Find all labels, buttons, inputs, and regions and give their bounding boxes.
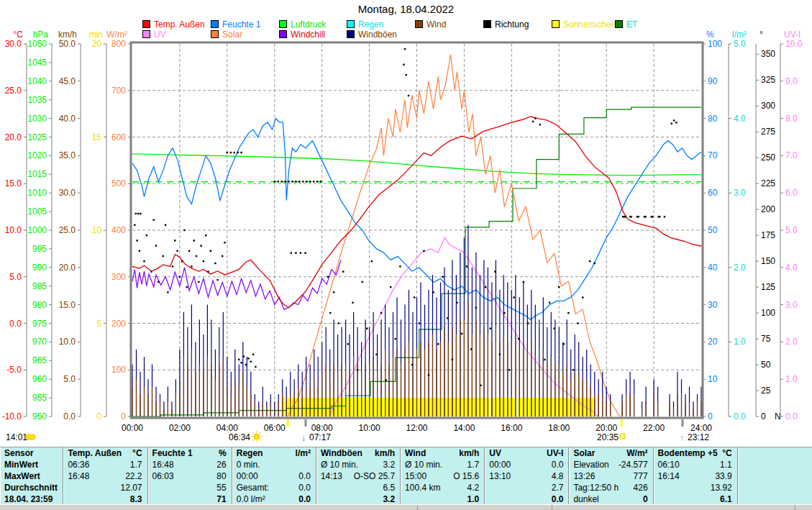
stats-value: 55 [216, 482, 226, 493]
svg-text:10: 10 [92, 225, 102, 235]
svg-text:1005: 1005 [27, 206, 47, 217]
svg-text:0.0: 0.0 [734, 411, 746, 422]
svg-text:30: 30 [708, 300, 718, 310]
svg-text:300: 300 [761, 101, 775, 111]
svg-text:35.0: 35.0 [59, 150, 76, 160]
svg-text:250: 250 [761, 152, 775, 163]
stats-unit: km/h [375, 447, 395, 459]
svg-text:975: 975 [32, 319, 47, 329]
stats-label: Ø 10 min. [321, 459, 358, 470]
stats-unit: UV-I [547, 447, 563, 459]
stats-label: Gesamt: [237, 482, 269, 493]
stats-unit: km/h [459, 447, 479, 459]
svg-text:15.0: 15.0 [59, 300, 76, 310]
svg-text:965: 965 [32, 355, 47, 365]
stats-unit: W/m² [626, 447, 647, 459]
svg-text:25.0: 25.0 [59, 225, 76, 235]
marker-moon-time: 14:01 [6, 432, 35, 442]
axis-temp: -10.0-5.00.05.010.015.020.025.030.0°C [2, 29, 27, 422]
svg-text:20: 20 [708, 337, 718, 347]
svg-text:6.0: 6.0 [785, 188, 798, 198]
stats-label: Elevation [573, 459, 608, 470]
svg-text:15: 15 [92, 132, 102, 142]
series-sonnenschein-block [301, 398, 489, 416]
svg-text:06:34: 06:34 [229, 432, 250, 442]
svg-text:40: 40 [708, 263, 718, 273]
stats-value: 0.0 [298, 482, 311, 493]
svg-text:4.0: 4.0 [785, 263, 798, 273]
stats-value: 777 [634, 470, 648, 482]
svg-text:0.0: 0.0 [63, 411, 76, 422]
axis-time: 00:0002:0004:0006:0008:0010:0012:0014:00… [122, 423, 712, 433]
svg-text:10:00: 10:00 [359, 423, 380, 433]
stats-col-temp-au-en: Temp. Außen°C06:361.716:4822.212.078.3 [63, 447, 147, 505]
status-divider [417, 505, 418, 510]
svg-text:1000: 1000 [27, 225, 47, 235]
svg-text:700: 700 [111, 86, 126, 96]
stats-value: 13.92 [711, 482, 732, 493]
axis-unit-solar: W/m² [106, 29, 127, 40]
svg-text:1015: 1015 [27, 169, 47, 179]
stats-header: Wind [405, 447, 426, 459]
stats-label: 16:48 [152, 459, 174, 470]
svg-text:60: 60 [708, 188, 718, 198]
stats-value: 0.0 [298, 470, 311, 482]
axis-solar: 0100200300400500600700800W/m² [106, 29, 131, 422]
weather-chart-window: Montag, 18.04.2022 Temp. AußenFeuchte 1L… [0, 0, 812, 510]
stats-header: Regen [237, 447, 263, 459]
svg-text:500: 500 [111, 178, 126, 188]
svg-text:150: 150 [761, 256, 775, 266]
svg-text:1.0: 1.0 [734, 337, 746, 347]
svg-text:15.0: 15.0 [5, 178, 22, 188]
stats-label: 0.0 l/m² [237, 493, 265, 505]
stats-col-solar: SolarW/m²Elevation-24.57713:26777Tag:12:… [569, 447, 653, 505]
axis-sunmin: 05101520min [89, 29, 106, 422]
svg-text:2.0: 2.0 [785, 337, 798, 347]
svg-text:20:35: 20:35 [597, 432, 619, 442]
svg-text:50: 50 [761, 360, 771, 370]
stats-col-spacer [738, 447, 812, 505]
stats-label: 0 min. [237, 459, 260, 470]
stats-label: 06:10 [658, 459, 680, 470]
stats-value: 80 [216, 470, 226, 482]
svg-text:0: 0 [121, 411, 126, 422]
status-divider [795, 505, 795, 510]
axis-pressure: 9509559609659709759809859909951000100510… [27, 29, 52, 422]
stats-value: 0.0 [298, 493, 311, 505]
axis-unit-rain: l/m² [732, 29, 747, 40]
svg-text:24:00: 24:00 [690, 423, 712, 433]
stats-unit: °C [132, 447, 142, 459]
stats-unit: % [219, 447, 227, 459]
stats-value: 1.1 [720, 459, 732, 470]
stats-header: Solar [573, 447, 595, 459]
stats-value: 426 [634, 482, 648, 493]
stats-label: Ø 10 min. [405, 459, 442, 470]
stats-value: 3.2 [383, 459, 395, 470]
svg-text:985: 985 [32, 281, 47, 291]
svg-text:600: 600 [111, 132, 126, 142]
svg-text:1.0: 1.0 [785, 374, 798, 384]
svg-text:225: 225 [761, 178, 775, 188]
svg-text:125: 125 [761, 282, 775, 292]
svg-text:20.0: 20.0 [59, 263, 76, 273]
svg-text:325: 325 [761, 75, 775, 85]
stats-label: Tag:12:50 h [573, 482, 619, 493]
svg-text:10.0: 10.0 [785, 39, 803, 49]
svg-text:23:12: 23:12 [688, 432, 709, 442]
svg-text:995: 995 [32, 244, 47, 254]
axis-unit-wind: km/h [58, 29, 77, 40]
svg-text:350: 350 [761, 49, 775, 59]
stats-col-regen: Regenl/m²0 min.00:000.0Gesamt:0.00.0 l/m… [232, 447, 316, 505]
stats-col-sensor: SensorMinWertMaxWertDurchschnitt18.04. 2… [0, 447, 63, 505]
svg-text:5.0: 5.0 [63, 374, 76, 384]
stats-col-wind: Windkm/hØ 10 min.1.715:00O 15.6100.4 km4… [401, 447, 485, 505]
svg-text:5.0: 5.0 [9, 272, 22, 282]
stats-label: dunkel [573, 493, 598, 505]
svg-text:30.0: 30.0 [59, 188, 76, 198]
svg-text:970: 970 [32, 337, 47, 347]
svg-text:5.0: 5.0 [785, 225, 798, 235]
stats-label: 16:14 [658, 470, 680, 482]
svg-text:1050: 1050 [27, 39, 47, 49]
axis-direction: 0N25507510012515017520022525027530032535… [756, 29, 781, 422]
svg-text:20.0: 20.0 [5, 132, 22, 142]
